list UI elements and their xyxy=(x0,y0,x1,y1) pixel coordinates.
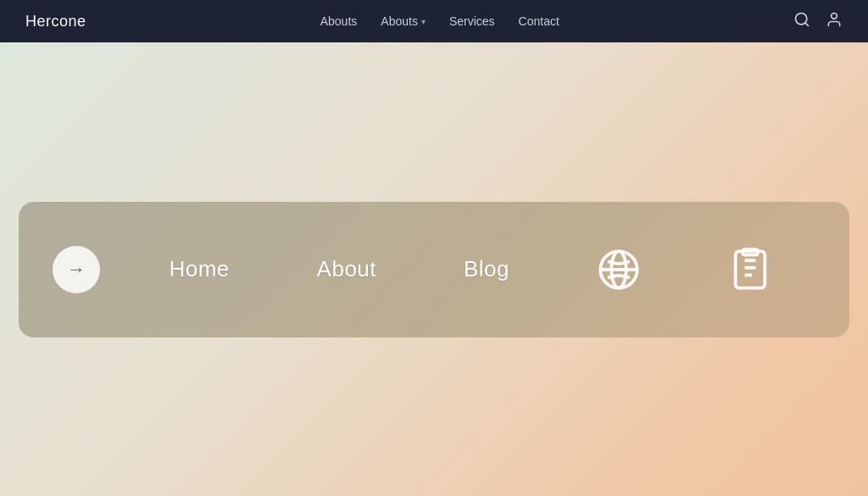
hero-section: → Home About Blog xyxy=(0,42,868,496)
svg-line-1 xyxy=(805,22,809,25)
search-icon[interactable] xyxy=(793,11,810,32)
navbar: Hercone Abouts Abouts ▾ Services Contact xyxy=(0,0,868,42)
card-panel: → Home About Blog xyxy=(19,202,849,337)
user-icon[interactable] xyxy=(826,11,843,32)
arrow-right-icon: → xyxy=(67,259,86,281)
nav-abouts-1-label: Abouts xyxy=(320,14,358,28)
card-nav: Home About Blog xyxy=(125,248,815,292)
nav-services[interactable]: Services xyxy=(449,14,495,28)
nav-abouts-2-label: Abouts xyxy=(381,14,418,28)
nav-abouts-1[interactable]: Abouts xyxy=(320,14,358,28)
arrow-button[interactable]: → xyxy=(53,246,100,293)
dropdown-arrow-icon: ▾ xyxy=(421,17,426,26)
nav-links: Abouts Abouts ▾ Services Contact xyxy=(320,14,559,28)
svg-rect-6 xyxy=(735,251,765,287)
brand-logo[interactable]: Hercone xyxy=(25,13,86,31)
card-nav-home[interactable]: Home xyxy=(169,256,229,282)
nav-services-label: Services xyxy=(449,14,495,28)
nav-contact-label: Contact xyxy=(519,14,559,28)
tablet-icon[interactable] xyxy=(728,248,772,292)
nav-contact[interactable]: Contact xyxy=(519,14,559,28)
globe-icon[interactable] xyxy=(597,248,641,292)
card-nav-about[interactable]: About xyxy=(317,256,376,282)
card-nav-blog[interactable]: Blog xyxy=(464,256,509,282)
svg-point-2 xyxy=(832,13,837,19)
nav-abouts-2[interactable]: Abouts ▾ xyxy=(381,14,426,28)
navbar-action-icons xyxy=(793,11,843,32)
